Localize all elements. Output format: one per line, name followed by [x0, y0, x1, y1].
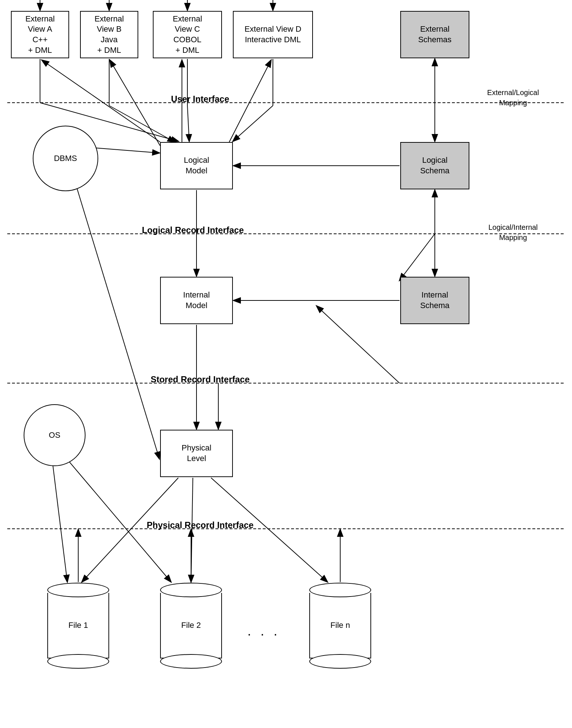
logical-schema-box: Logical Schema	[400, 142, 469, 189]
file1-label: File 1	[68, 621, 88, 630]
dots-label: · · ·	[247, 626, 280, 642]
physical-record-interface-label: Physical Record Interface	[73, 520, 327, 530]
file1-cylinder: File 1	[47, 583, 109, 669]
filen-label: File n	[330, 621, 350, 630]
os-circle: OS	[24, 404, 86, 466]
svg-line-20	[187, 106, 189, 141]
internal-model-box: Internal Model	[160, 277, 233, 324]
ext-view-d-box: External View D Interactive DML	[233, 11, 313, 58]
file2-cylinder: File 2	[160, 583, 222, 669]
logical-record-interface-label: Logical Record Interface	[102, 225, 284, 235]
svg-line-32	[67, 157, 159, 459]
logical-internal-mapping-label: Logical/Internal Mapping	[477, 222, 549, 243]
svg-line-30	[400, 234, 435, 280]
svg-line-43	[317, 306, 400, 383]
ext-view-b-box: External View B Java + DML	[80, 11, 138, 58]
internal-schema-box: Internal Schema	[400, 277, 469, 324]
ext-view-c-box: External View C COBOL + DML	[153, 11, 222, 58]
svg-line-36	[60, 451, 171, 582]
diagram-container: External View A C++ + DML External View …	[0, 0, 572, 728]
stored-record-interface-label: Stored Record Interface	[91, 374, 309, 385]
user-interface-label: User Interface	[146, 94, 255, 104]
filen-cylinder: File n	[309, 583, 371, 669]
ext-logical-mapping-label: External/Logical Mapping	[477, 87, 549, 108]
logical-model-box: Logical Model	[160, 142, 233, 189]
dbms-circle: DBMS	[33, 126, 98, 191]
physical-level-box: Physical Level	[160, 430, 233, 477]
svg-line-35	[51, 450, 67, 582]
file2-label: File 2	[181, 621, 201, 630]
ext-schemas-box: External Schemas	[400, 11, 469, 58]
svg-line-23	[233, 106, 273, 141]
ext-view-a-box: External View A C++ + DML	[11, 11, 69, 58]
svg-line-17	[109, 106, 175, 142]
